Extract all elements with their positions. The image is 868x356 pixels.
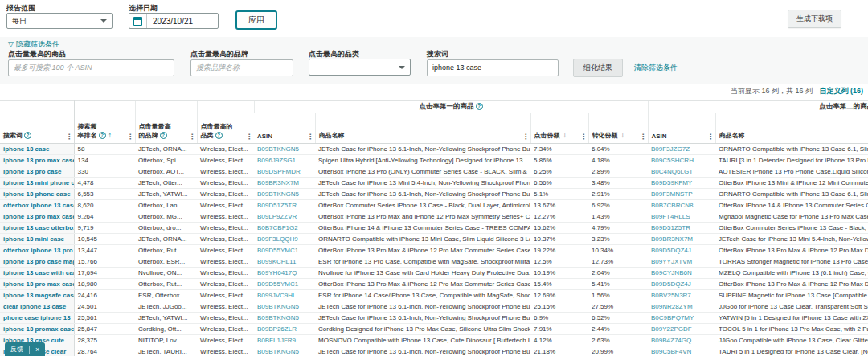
sort-asc-icon[interactable]: ↑ (108, 131, 113, 139)
asin-link[interactable]: B09YH6417Q (254, 268, 315, 279)
search-term-link[interactable]: iphone 13 mini case (0, 234, 74, 245)
asin-link[interactable]: B09BTKNGN5 (254, 313, 315, 324)
click-share-cell: 13.67% (530, 200, 588, 211)
column-header[interactable]: 商品名称⋮ (315, 113, 530, 144)
asin-link[interactable]: B09D59KFMY (648, 178, 715, 189)
asin-link[interactable]: B0BV25N3R7 (648, 290, 715, 301)
sort-desc-icon[interactable]: ↓ (621, 131, 625, 139)
asin-link[interactable]: B09F3LQQH9 (254, 234, 315, 245)
asin-link[interactable]: B09D51Z5TR (648, 223, 715, 234)
search-term-link[interactable]: phone case iphone 13 (0, 313, 74, 324)
asin-link[interactable]: B09D51Z5TR (254, 200, 315, 211)
help-icon[interactable]: ? (99, 132, 106, 139)
search-term-link[interactable]: otterbox iphone 13 case (0, 200, 74, 211)
search-term-link[interactable]: iphone 13 pro max case (0, 155, 74, 166)
date-picker[interactable]: 2023/10/21 (129, 13, 219, 29)
column-menu-icon[interactable]: ⋮ (189, 133, 196, 141)
report-range-select[interactable]: 每日 (6, 13, 113, 29)
feedback-badge[interactable]: 反馈 × (5, 342, 45, 356)
asin-link[interactable]: B09D55YMC1 (254, 279, 315, 290)
column-header[interactable]: ASIN⋮ (254, 113, 315, 144)
asin-link[interactable]: B09F3MNSTP (648, 189, 715, 200)
search-term-link[interactable]: iphone 13 pro max case (0, 211, 74, 223)
search-term-link[interactable]: iphone 13 magsafe case (0, 290, 74, 301)
column-header[interactable]: ASIN⋮ (648, 113, 715, 144)
close-icon[interactable]: × (29, 346, 39, 354)
top-brand-input[interactable] (190, 59, 293, 76)
asin-link[interactable]: B09BTKNGN5 (254, 346, 315, 356)
asin-link[interactable]: B0B7CBF1G2 (254, 223, 315, 234)
column-header[interactable]: 商品名称 (715, 113, 868, 144)
generate-download-button[interactable]: 生成下载项 (788, 10, 841, 28)
column-menu-icon[interactable]: ⋮ (127, 133, 134, 141)
asin-link[interactable]: B09C5SHCRH (648, 155, 715, 166)
column-menu-icon[interactable]: ⋮ (307, 133, 314, 141)
column-header[interactable]: 搜索频率排名?↑⋮ (74, 101, 135, 144)
asin-link[interactable]: B09BR3NX7M (648, 234, 715, 245)
sort-desc-icon[interactable]: ↓ (563, 131, 567, 139)
column-header[interactable]: 点击份额↓⋮ (530, 113, 588, 144)
click-share-cell: 25.15% (530, 301, 588, 313)
asin-link[interactable]: B09DSPFMDR (254, 166, 315, 178)
column-menu-icon[interactable]: ⋮ (580, 133, 588, 141)
refine-results-button[interactable]: 细化结果 (573, 59, 623, 77)
apply-button[interactable]: 应用 (235, 10, 277, 30)
column-header[interactable]: 点击最高的品类?⋮ (197, 101, 254, 144)
help-icon[interactable]: ? (24, 132, 31, 139)
asin-link[interactable]: B09CYJNB6N (648, 268, 715, 279)
asin-link[interactable]: B09C5BF4VN (648, 346, 715, 356)
search-term-link[interactable]: iphone 13 case (0, 144, 74, 155)
asin-link[interactable]: B09YYJXTVM (648, 256, 715, 268)
asin-link[interactable]: B09BP26ZLR (254, 324, 315, 335)
top-category-select[interactable] (309, 59, 411, 76)
column-menu-icon[interactable]: ⋮ (640, 133, 647, 141)
column-header[interactable]: 搜索词?⋮ (0, 101, 74, 144)
asin-link[interactable]: B09D5DQZ4J (648, 245, 715, 256)
asin-link[interactable]: B0B7CBRCN8 (648, 200, 715, 211)
asin-link[interactable]: B09FT4RLLS (648, 211, 715, 223)
search-term-link[interactable]: iphone 13 phone case (0, 189, 74, 200)
brands-cell: Otterbox, Rut... (135, 245, 197, 256)
clear-filters-link[interactable]: 清除筛选条件 (634, 63, 678, 73)
column-menu-icon[interactable]: ⋮ (522, 133, 530, 141)
asin-link[interactable]: B09F3JZG7Z (648, 144, 715, 155)
help-icon[interactable]: ? (476, 103, 483, 110)
search-term-link[interactable]: clear iphone 13 case (0, 301, 74, 313)
search-term-link[interactable]: iphone 13 promax case (0, 324, 74, 335)
search-term-link[interactable]: iphone 13 case with car (0, 268, 74, 279)
search-term-link[interactable]: iphone 13 pro max case (0, 279, 74, 290)
column-header[interactable]: 点击量最高的品牌?⋮ (135, 101, 197, 144)
asin-link[interactable]: B0BFL1JFR9 (254, 335, 315, 346)
search-term-link[interactable]: otterbox iphone 13 pro (0, 245, 74, 256)
column-menu-icon[interactable]: ⋮ (246, 133, 253, 141)
asin-link[interactable]: B099KCHL11 (254, 256, 315, 268)
categories-cell: Wireless, Elect... (197, 211, 254, 223)
asin-link[interactable]: B09BTKNGN5 (254, 189, 315, 200)
search-term-link[interactable]: iphone 13 mini phone c (0, 178, 74, 189)
asin-link[interactable]: B09Y22PGDF (648, 324, 715, 335)
asin-link[interactable]: B09B4Z74GQ (648, 335, 715, 346)
asin-link[interactable]: B096J9ZSG1 (254, 155, 315, 166)
search-term-link[interactable]: iphone 13 pro case mag (0, 256, 74, 268)
help-icon[interactable]: ? (215, 132, 223, 139)
asin-link[interactable]: B099JVC9HL (254, 290, 315, 301)
column-menu-icon[interactable]: ⋮ (707, 133, 714, 141)
asin-link[interactable]: B09BTKNGN5 (254, 301, 315, 313)
search-term-input[interactable] (427, 59, 559, 76)
column-header[interactable]: 转化份额↓⋮ (588, 113, 648, 144)
asin-link[interactable]: B0C4NQ6LGT (648, 166, 715, 178)
help-icon[interactable]: ? (160, 132, 167, 139)
table-row: iphone 13 case cute28,375NITITOP, Lov...… (0, 335, 868, 346)
top-product-asin-input[interactable] (8, 59, 174, 76)
asin-link[interactable]: B09BTKNGN5 (254, 144, 315, 155)
asin-link[interactable]: B09D5DQZ4J (648, 279, 715, 290)
asin-link[interactable]: B09NR28ZYM (648, 301, 715, 313)
column-menu-icon[interactable]: ⋮ (66, 133, 73, 141)
asin-link[interactable]: B09BR3NX7M (254, 178, 315, 189)
asin-link[interactable]: B0C9BPQ7MY (648, 313, 715, 324)
search-term-link[interactable]: iphone 13 case otterbox (0, 223, 74, 234)
asin-link[interactable]: B09D55YMC1 (254, 245, 315, 256)
customize-columns-link[interactable]: 自定义列 (16) (819, 87, 863, 95)
search-term-link[interactable]: iphone 13 pro case (0, 166, 74, 178)
asin-link[interactable]: B09LP9ZZVR (254, 211, 315, 223)
